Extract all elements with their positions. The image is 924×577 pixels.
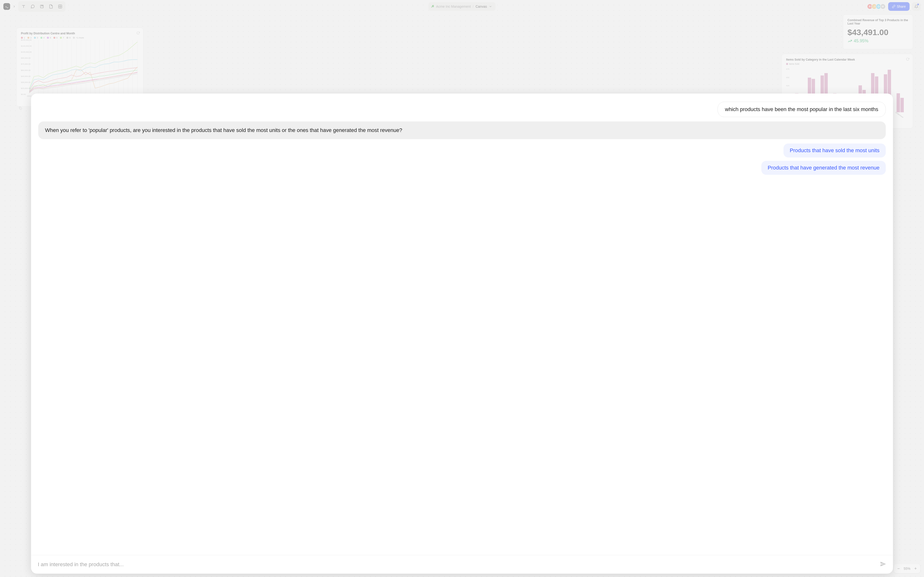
suggestion-most-units[interactable]: Products that have sold the most units — [783, 143, 886, 158]
chat-input[interactable] — [38, 561, 877, 567]
suggestion-most-revenue[interactable]: Products that have generated the most re… — [761, 161, 886, 175]
chat-input-row — [31, 555, 893, 574]
chat-panel: which products have been the most popula… — [31, 93, 893, 574]
send-button[interactable] — [880, 561, 886, 568]
chat-suggestions: Products that have sold the most units P… — [38, 143, 886, 175]
chat-body: which products have been the most popula… — [31, 93, 893, 555]
chat-user-message: which products have been the most popula… — [38, 102, 886, 117]
send-icon — [880, 561, 886, 567]
chat-assistant-message: When you refer to 'popular' products, ar… — [38, 121, 886, 139]
